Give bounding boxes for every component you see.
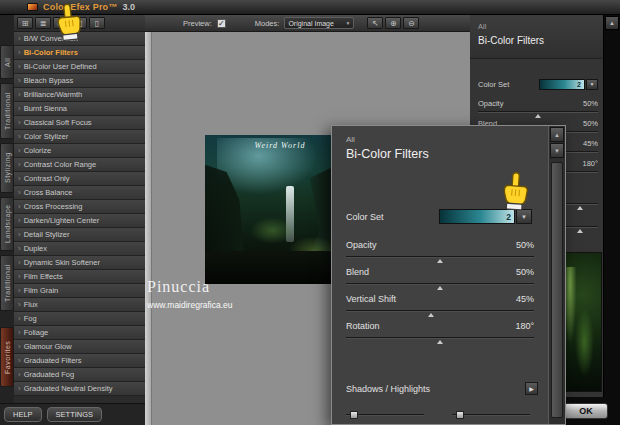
slider-handle[interactable] — [535, 114, 541, 118]
toolbar-tool-button[interactable]: ↖ — [367, 17, 383, 29]
slider-handle[interactable] — [437, 259, 443, 263]
filter-list-item[interactable]: › Bleach Bypass — [14, 74, 145, 88]
preview-checkbox[interactable]: ✓ — [217, 19, 226, 28]
filter-item-label: Burnt Sienna — [24, 104, 67, 113]
slider-track[interactable] — [346, 283, 534, 285]
item-arrow-icon: › — [18, 104, 21, 113]
shadows-highlights-section: Shadows / Highlights ▶ — [346, 382, 538, 395]
popup-category-label: All — [346, 135, 565, 144]
filter-list-item[interactable]: › Film Grain — [14, 284, 145, 298]
filter-list-item[interactable]: › Graduated Filters — [14, 354, 145, 368]
mode-dropdown-value: Original Image — [288, 20, 334, 27]
slider-track[interactable] — [346, 337, 534, 339]
slider-row-header: Opacity 50% — [346, 240, 534, 253]
color-set-dropdown-button[interactable]: ▼ — [586, 79, 598, 90]
view-mode-icon-button[interactable]: ≣ — [35, 17, 51, 29]
item-arrow-icon: › — [18, 230, 21, 239]
filter-list-item[interactable]: › Cross Balance — [14, 186, 145, 200]
filter-list-item[interactable]: › Film Effects — [14, 270, 145, 284]
view-mode-icon-button[interactable]: ▭ — [53, 17, 69, 29]
panel-scrollbar[interactable]: ▲ — [603, 15, 620, 425]
filter-list-item[interactable]: › Color Stylizer — [14, 130, 145, 144]
category-tab[interactable]: Traditional — [0, 83, 14, 139]
filter-list-item[interactable]: › Duplex — [14, 242, 145, 256]
category-tabstrip: All Traditional Stylizing Landscape Trad… — [0, 15, 14, 425]
filter-item-label: Brilliance/Warmth — [24, 90, 82, 99]
color-set-swatch[interactable]: 2 — [439, 209, 515, 224]
scrollbar-thumb[interactable] — [551, 162, 563, 418]
filter-list-item[interactable]: › Flux — [14, 298, 145, 312]
slider-rows: Opacity 50% Blend 50% — [346, 240, 534, 348]
highlights-slider-track[interactable] — [452, 414, 530, 416]
view-mode-icon-button[interactable]: ▯ — [89, 17, 105, 29]
category-tab[interactable]: Favorites — [0, 327, 14, 387]
highlights-slider-handle[interactable] — [456, 411, 464, 419]
slider-label: Blend — [346, 267, 369, 280]
item-arrow-icon: › — [18, 244, 21, 253]
toolbar-tool-button[interactable]: ⊕ — [385, 17, 401, 29]
toolbar-tool-icon: ↖ — [372, 19, 379, 28]
filter-list-item[interactable]: › Foliage — [14, 326, 145, 340]
shadows-slider-handle[interactable] — [350, 411, 358, 419]
slider-track[interactable] — [346, 256, 534, 258]
item-arrow-icon: › — [18, 300, 21, 309]
ok-button[interactable]: OK — [564, 403, 608, 419]
filter-list-item[interactable]: › Dynamic Skin Softener — [14, 256, 145, 270]
view-mode-icon-button[interactable]: ◫ — [71, 17, 87, 29]
filter-list-item[interactable]: › Fog — [14, 312, 145, 326]
filter-list-item[interactable]: › Burnt Sienna — [14, 102, 145, 116]
slider-handle[interactable] — [428, 313, 434, 317]
slider-track[interactable] — [346, 310, 534, 312]
shadows-slider-track[interactable] — [346, 414, 424, 416]
popup-title: Bi-Color Filters — [346, 147, 565, 161]
scroll-up-icon[interactable]: ▲ — [550, 127, 564, 142]
scroll-down-icon[interactable]: ▼ — [550, 143, 564, 158]
view-mode-icon: ⊞ — [22, 19, 29, 28]
filter-item-label: Graduated Filters — [24, 356, 82, 365]
filter-list-item[interactable]: › Darken/Lighten Center — [14, 214, 145, 228]
filter-list-item[interactable]: › Graduated Neutral Density — [14, 382, 145, 396]
scroll-up-icon[interactable]: ▲ — [605, 16, 619, 30]
mode-dropdown[interactable]: Original Image ▼ — [284, 17, 354, 29]
category-tab[interactable]: Landscape — [0, 197, 14, 251]
view-mode-icon-button[interactable]: ⊞ — [17, 17, 33, 29]
popup-scrollbar[interactable]: ▲ ▼ — [548, 126, 565, 424]
filter-list-item[interactable]: › Brilliance/Warmth — [14, 88, 145, 102]
filter-item-label: Darken/Lighten Center — [24, 216, 99, 225]
filter-item-label: Film Grain — [24, 286, 59, 295]
item-arrow-icon: › — [18, 34, 21, 43]
filter-list-item[interactable]: › Graduated Fog — [14, 368, 145, 382]
slider-handle[interactable] — [577, 229, 583, 233]
filter-list-item[interactable]: › Colorize — [14, 144, 145, 158]
slider-track[interactable] — [478, 111, 598, 113]
filter-list-item[interactable]: › Classical Soft Focus — [14, 116, 145, 130]
color-set-row: Color Set 2 ▼ — [346, 208, 532, 225]
filter-list-item[interactable]: › Cross Processing — [14, 200, 145, 214]
settings-button[interactable]: SETTINGS — [47, 407, 103, 422]
filter-settings-popup: All Bi-Color Filters Color Set 2 ▼ Opaci… — [331, 125, 566, 425]
filter-list-item[interactable]: › Detail Stylizer — [14, 228, 145, 242]
filter-item-label: Detail Stylizer — [24, 230, 70, 239]
color-set-dropdown-button[interactable]: ▼ — [516, 209, 532, 224]
category-tab[interactable]: Traditional — [0, 255, 14, 311]
category-tab[interactable]: All — [0, 45, 14, 79]
filter-list-item[interactable]: › Contrast Color Range — [14, 158, 145, 172]
item-arrow-icon: › — [18, 356, 21, 365]
filter-list-item[interactable]: › Contrast Only — [14, 172, 145, 186]
dropdown-arrow-icon: ▼ — [590, 81, 595, 87]
category-tab[interactable]: Stylizing — [0, 143, 14, 193]
help-button[interactable]: HELP — [4, 407, 42, 422]
filter-list-item[interactable]: › Glamour Glow — [14, 340, 145, 354]
slider-row: Opacity 50% — [346, 240, 534, 258]
slider-handle[interactable] — [577, 206, 583, 210]
slider-handle[interactable] — [437, 340, 443, 344]
canvas-scrollbar[interactable] — [145, 32, 152, 425]
slider-handle[interactable] — [437, 286, 443, 290]
filter-list-item[interactable]: › Bi-Color User Defined — [14, 60, 145, 74]
filter-list-item[interactable]: › Bi-Color Filters — [14, 46, 145, 60]
filter-list-item[interactable]: › B/W Conversion — [14, 32, 145, 46]
toolbar-tool-button[interactable]: ⊖ — [403, 17, 419, 29]
color-set-swatch[interactable]: 2 — [539, 79, 585, 90]
expand-section-button[interactable]: ▶ — [525, 382, 538, 395]
item-arrow-icon: › — [18, 342, 21, 351]
